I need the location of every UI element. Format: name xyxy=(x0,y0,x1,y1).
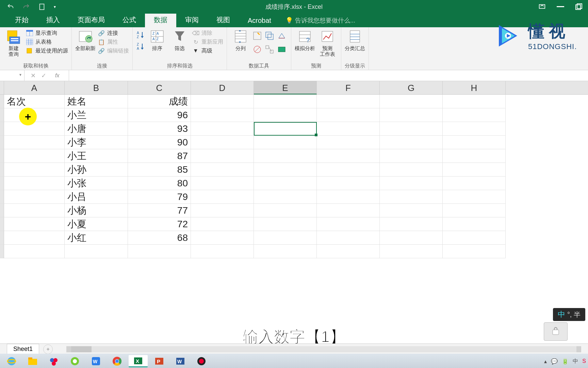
manage-data-model-icon[interactable] xyxy=(277,45,288,57)
cell[interactable] xyxy=(317,149,380,163)
cell[interactable] xyxy=(317,245,380,258)
tab-formulas[interactable]: 公式 xyxy=(114,13,145,27)
cell[interactable]: 68 xyxy=(128,231,191,245)
cell[interactable] xyxy=(317,177,380,190)
cell[interactable] xyxy=(4,122,65,136)
sheet-tab-1[interactable]: Sheet1 xyxy=(7,344,39,354)
word-icon[interactable]: W xyxy=(171,355,190,367)
new-query-button[interactable]: 新建 查询 xyxy=(3,29,24,57)
tray-up-icon[interactable]: ▴ xyxy=(544,358,547,365)
cell[interactable] xyxy=(317,108,380,122)
cell[interactable] xyxy=(4,204,65,217)
row-header[interactable] xyxy=(0,149,4,163)
maximize-icon[interactable] xyxy=(574,2,584,12)
scroll-thumb[interactable] xyxy=(71,346,92,352)
cell[interactable] xyxy=(317,231,380,245)
tell-me-search[interactable]: 💡 告诉我您想要做什么... xyxy=(285,16,355,27)
cell[interactable]: 小唐 xyxy=(65,122,128,136)
cell[interactable]: 小杨 xyxy=(65,204,128,217)
subtotal-button[interactable]: 分类汇总 xyxy=(345,29,365,51)
cell[interactable] xyxy=(254,177,317,190)
cell[interactable] xyxy=(254,122,317,136)
cell[interactable] xyxy=(443,190,506,204)
recorder-icon[interactable] xyxy=(192,355,211,367)
cell[interactable] xyxy=(128,245,191,258)
what-if-button[interactable]: ? 模拟分析 xyxy=(295,29,315,51)
minimize-icon[interactable] xyxy=(555,2,566,12)
cell[interactable] xyxy=(443,163,506,177)
cell[interactable] xyxy=(254,163,317,177)
col-header-e[interactable]: E xyxy=(254,81,317,94)
cell[interactable] xyxy=(317,163,380,177)
row-header[interactable] xyxy=(0,177,4,190)
cell[interactable] xyxy=(380,217,443,231)
cell[interactable]: 72 xyxy=(128,217,191,231)
consolidate-icon[interactable] xyxy=(277,31,288,43)
ie-icon[interactable] xyxy=(2,355,21,367)
cell[interactable] xyxy=(254,136,317,149)
relationships-icon[interactable] xyxy=(265,45,275,57)
row-header[interactable] xyxy=(0,136,4,149)
flash-fill-icon[interactable] xyxy=(253,31,263,43)
cell[interactable] xyxy=(254,245,317,258)
filter-button[interactable]: 筛选 xyxy=(169,29,190,51)
from-table-button[interactable]: 从表格 xyxy=(26,38,68,46)
recent-sources-button[interactable]: 最近使用的源 xyxy=(26,47,68,55)
explorer-icon[interactable] xyxy=(23,355,42,367)
advanced-filter-button[interactable]: ▼高级 xyxy=(192,47,223,55)
tab-review[interactable]: 审阅 xyxy=(176,13,208,27)
cell[interactable] xyxy=(443,217,506,231)
cell[interactable] xyxy=(380,95,443,108)
row-header[interactable] xyxy=(0,163,4,177)
col-header-c[interactable]: C xyxy=(128,81,191,94)
cell[interactable]: 79 xyxy=(128,190,191,204)
floating-widget[interactable] xyxy=(544,322,568,341)
cell[interactable] xyxy=(191,245,254,258)
col-header-h[interactable]: H xyxy=(443,81,506,94)
new-file-icon[interactable] xyxy=(38,3,46,11)
ime-indicator[interactable]: 中 °, 半 xyxy=(553,308,585,321)
cell[interactable] xyxy=(4,245,65,258)
browser-icon[interactable] xyxy=(65,355,84,367)
tab-acrobat[interactable]: Acrobat xyxy=(239,14,280,27)
action-center-icon[interactable]: 💬 xyxy=(551,358,558,365)
cell[interactable] xyxy=(254,149,317,163)
cell[interactable] xyxy=(191,217,254,231)
cell[interactable] xyxy=(443,231,506,245)
name-box[interactable]: ▼ xyxy=(0,70,24,81)
row-header[interactable] xyxy=(0,204,4,217)
cell[interactable] xyxy=(317,95,380,108)
add-sheet-button[interactable]: + xyxy=(43,344,53,354)
cell[interactable] xyxy=(191,231,254,245)
cell[interactable] xyxy=(254,190,317,204)
cell[interactable]: 小王 xyxy=(65,149,128,163)
tab-page-layout[interactable]: 页面布局 xyxy=(69,13,114,27)
wps-icon[interactable]: W xyxy=(86,355,105,367)
data-validation-icon[interactable] xyxy=(253,45,263,57)
spreadsheet-grid[interactable]: A B C D E F G H 名次姓名成绩小兰96小唐93小李90小王87小孙… xyxy=(0,81,588,258)
fx-icon[interactable]: fx xyxy=(52,73,63,79)
cell[interactable] xyxy=(380,136,443,149)
cell[interactable] xyxy=(443,149,506,163)
cell[interactable]: 小李 xyxy=(65,136,128,149)
battery-icon[interactable]: 🔋 xyxy=(562,358,569,365)
scroll-left-icon[interactable] xyxy=(66,346,71,352)
cell[interactable]: 90 xyxy=(128,136,191,149)
cell[interactable] xyxy=(191,177,254,190)
sort-button[interactable]: ZAAZ 排序 xyxy=(147,29,167,51)
cell[interactable] xyxy=(380,177,443,190)
cancel-icon[interactable]: ✕ xyxy=(31,72,36,79)
col-header-b[interactable]: B xyxy=(65,81,128,94)
remove-duplicates-icon[interactable] xyxy=(265,31,275,43)
cell[interactable] xyxy=(317,190,380,204)
row-header[interactable] xyxy=(0,190,4,204)
powerpoint-icon[interactable]: P xyxy=(150,355,169,367)
cell[interactable] xyxy=(254,231,317,245)
text-to-columns-button[interactable]: 分列 xyxy=(230,29,251,51)
cell[interactable] xyxy=(380,163,443,177)
col-header-d[interactable]: D xyxy=(191,81,254,94)
cell[interactable] xyxy=(443,95,506,108)
cell[interactable] xyxy=(443,204,506,217)
tab-home[interactable]: 开始 xyxy=(6,13,37,27)
cell[interactable] xyxy=(191,95,254,108)
